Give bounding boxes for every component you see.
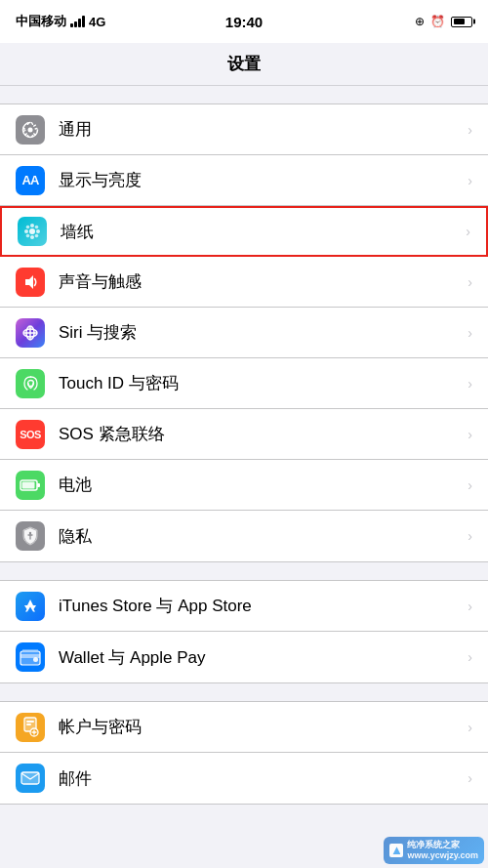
settings-row-privacy[interactable]: 隐私 › bbox=[0, 511, 488, 561]
settings-row-wallet[interactable]: Wallet 与 Apple Pay › bbox=[0, 632, 488, 682]
account-icon bbox=[16, 713, 45, 742]
svg-point-4 bbox=[24, 229, 28, 233]
settings-row-appstore[interactable]: iTunes Store 与 App Store › bbox=[0, 581, 488, 632]
sound-icon bbox=[16, 268, 45, 297]
appstore-icon bbox=[16, 592, 45, 621]
privacy-icon bbox=[16, 521, 45, 551]
general-section: 通用 › AA 显示与亮度 › 墙纸 › bbox=[0, 103, 488, 562]
nav-bar: 设置 bbox=[0, 43, 488, 86]
siri-icon bbox=[16, 318, 45, 348]
wallet-icon bbox=[16, 642, 45, 672]
mail-chevron: › bbox=[468, 770, 472, 786]
privacy-chevron: › bbox=[468, 528, 472, 544]
appstore-chevron: › bbox=[468, 599, 472, 614]
svg-rect-32 bbox=[21, 772, 39, 784]
svg-point-7 bbox=[35, 226, 39, 229]
section-gap-bot bbox=[0, 683, 488, 701]
wallet-label: Wallet 与 Apple Pay bbox=[59, 646, 464, 669]
sos-label: SOS 紧急联络 bbox=[59, 423, 464, 445]
svg-point-0 bbox=[28, 127, 33, 132]
settings-row-touchid[interactable]: Touch ID 与密码 › bbox=[0, 358, 488, 409]
settings-row-general[interactable]: 通用 › bbox=[0, 104, 488, 155]
sound-label: 声音与触感 bbox=[59, 270, 464, 293]
battery-icon bbox=[16, 471, 45, 500]
svg-point-6 bbox=[26, 226, 30, 229]
page-title: 设置 bbox=[227, 53, 261, 75]
alarm-icon: ⏰ bbox=[430, 15, 445, 28]
display-icon: AA bbox=[16, 166, 45, 195]
svg-point-21 bbox=[29, 532, 31, 534]
display-chevron: › bbox=[468, 173, 472, 188]
battery-chevron: › bbox=[468, 477, 472, 493]
settings-row-mail[interactable]: 邮件 › bbox=[0, 753, 488, 804]
wallpaper-label: 墙纸 bbox=[61, 221, 462, 243]
general-chevron: › bbox=[468, 122, 472, 138]
appstore-label: iTunes Store 与 App Store bbox=[59, 595, 464, 617]
siri-chevron: › bbox=[468, 325, 472, 341]
sos-icon: SOS bbox=[16, 420, 45, 449]
siri-label: Siri 与搜索 bbox=[59, 321, 464, 344]
settings-row-display[interactable]: AA 显示与亮度 › bbox=[0, 155, 488, 206]
settings-row-sound[interactable]: 声音与触感 › bbox=[0, 257, 488, 308]
svg-rect-17 bbox=[37, 483, 40, 487]
mail-label: 邮件 bbox=[59, 767, 464, 790]
battery-status-icon bbox=[451, 17, 472, 27]
svg-point-2 bbox=[30, 224, 34, 227]
account-chevron: › bbox=[468, 720, 472, 735]
mail-icon bbox=[16, 764, 45, 793]
settings-row-sos[interactable]: SOS SOS 紧急联络 › bbox=[0, 409, 488, 460]
touchid-icon bbox=[16, 369, 45, 398]
wallpaper-icon bbox=[18, 217, 47, 246]
status-bar: 中国移动 4G 19:40 ⊕ ⏰ bbox=[0, 0, 488, 43]
watermark: 纯净系统之家www.ycwjzy.com bbox=[371, 819, 488, 868]
status-time: 19:40 bbox=[225, 14, 263, 30]
general-icon bbox=[16, 115, 45, 145]
signal-icon bbox=[70, 16, 85, 27]
svg-rect-18 bbox=[22, 481, 35, 488]
sound-chevron: › bbox=[468, 274, 472, 290]
sos-chevron: › bbox=[468, 427, 472, 442]
section-gap-mid bbox=[0, 562, 488, 580]
svg-point-1 bbox=[29, 228, 35, 234]
settings-row-account[interactable]: 帐户与密码 › bbox=[0, 702, 488, 753]
svg-rect-23 bbox=[20, 654, 40, 658]
svg-point-8 bbox=[26, 234, 30, 238]
carrier-text: 中国移动 bbox=[16, 13, 66, 30]
svg-marker-10 bbox=[25, 275, 33, 289]
svg-rect-28 bbox=[26, 723, 31, 725]
general-label: 通用 bbox=[59, 118, 464, 141]
settings-row-wallpaper[interactable]: 墙纸 › bbox=[0, 206, 488, 257]
account-label: 帐户与密码 bbox=[59, 716, 464, 738]
account-section: 帐户与密码 › 邮件 › bbox=[0, 701, 488, 805]
svg-rect-24 bbox=[33, 657, 38, 662]
touchid-label: Touch ID 与密码 bbox=[59, 372, 464, 394]
display-label: 显示与亮度 bbox=[59, 169, 464, 191]
svg-point-5 bbox=[36, 229, 40, 233]
battery-label: 电池 bbox=[59, 474, 464, 496]
wallpaper-chevron: › bbox=[466, 224, 470, 239]
store-section: iTunes Store 与 App Store › Wallet 与 Appl… bbox=[0, 580, 488, 683]
network-text: 4G bbox=[89, 15, 105, 29]
svg-point-3 bbox=[30, 235, 34, 239]
svg-rect-27 bbox=[26, 721, 34, 723]
status-right: ⊕ ⏰ bbox=[415, 15, 472, 28]
wallet-chevron: › bbox=[468, 649, 472, 665]
status-left: 中国移动 4G bbox=[16, 13, 105, 30]
svg-point-9 bbox=[35, 234, 39, 238]
settings-row-battery[interactable]: 电池 › bbox=[0, 460, 488, 511]
privacy-label: 隐私 bbox=[59, 525, 464, 548]
settings-row-siri[interactable]: Siri 与搜索 › bbox=[0, 308, 488, 358]
touchid-chevron: › bbox=[468, 376, 472, 392]
location-icon: ⊕ bbox=[415, 15, 425, 28]
section-gap-top bbox=[0, 86, 488, 103]
